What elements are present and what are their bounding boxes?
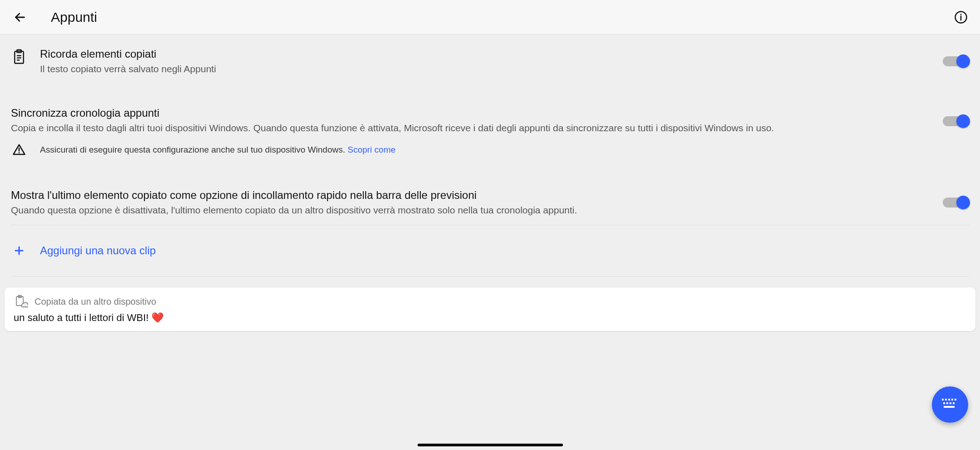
sync-warning-text: Assicurati di eseguire questa configuraz… (40, 145, 396, 155)
warning-icon (11, 143, 27, 157)
keyboard-icon (941, 398, 959, 411)
info-icon (954, 10, 968, 24)
sync-warning: Assicurati di eseguire questa configuraz… (11, 139, 969, 166)
setting-remember-desc: Il testo copiato verrà salvato negli App… (40, 63, 933, 75)
add-new-clip-label: Aggiungi una nuova clip (40, 244, 156, 257)
setting-sync-title: Sincronizza cronologia appunti (11, 106, 924, 120)
add-new-clip-button[interactable]: Aggiungi una nuova clip (11, 225, 969, 276)
keyboard-fab[interactable] (932, 386, 968, 423)
clip-item[interactable]: Copiata da un altro dispositivo un salut… (5, 287, 975, 331)
svg-point-10 (19, 152, 20, 153)
svg-rect-16 (945, 399, 947, 401)
svg-rect-22 (950, 402, 951, 404)
clip-source-label: Copiata da un altro dispositivo (35, 297, 156, 307)
clipboard-cloud-icon (14, 295, 28, 308)
setting-sync-desc: Copia e incolla il testo dagli altri tuo… (11, 122, 924, 134)
info-button[interactable] (953, 9, 969, 25)
svg-rect-17 (948, 399, 950, 401)
svg-rect-15 (942, 399, 944, 401)
home-indicator[interactable] (418, 444, 563, 446)
setting-remember-title: Ricorda elementi copiati (40, 47, 933, 61)
setting-show-last-desc: Quando questa opzione è disattivata, l'u… (11, 204, 924, 217)
header: Appunti (0, 0, 980, 35)
svg-rect-19 (955, 399, 956, 401)
setting-show-last-title: Mostra l'ultimo elemento copiato come op… (11, 188, 924, 202)
setting-remember-items: Ricorda elementi copiati Il testo copiat… (11, 39, 969, 84)
back-button[interactable] (11, 8, 29, 26)
svg-rect-18 (951, 399, 953, 401)
toggle-sync-history[interactable] (943, 116, 967, 126)
svg-rect-24 (944, 406, 955, 408)
toggle-remember-items[interactable] (943, 56, 967, 66)
content: Ricorda elementi copiati Il testo copiat… (0, 35, 980, 342)
plus-icon (11, 242, 27, 259)
svg-rect-23 (953, 402, 955, 404)
toggle-show-last[interactable] (943, 198, 967, 208)
svg-point-3 (960, 14, 962, 15)
arrow-left-icon (14, 11, 26, 24)
clipboard-icon (11, 49, 27, 64)
heart-icon: ❤️ (151, 312, 164, 323)
clip-content: un saluto a tutti i lettori di WBI! ❤️ (14, 312, 966, 324)
page-title: Appunti (51, 10, 97, 25)
sync-learn-how-link[interactable]: Scopri come (348, 145, 396, 154)
setting-sync-history: Sincronizza cronologia appunti Copia e i… (11, 98, 969, 139)
setting-show-last: Mostra l'ultimo elemento copiato come op… (11, 180, 969, 225)
svg-rect-21 (946, 402, 948, 404)
svg-rect-20 (943, 402, 945, 404)
